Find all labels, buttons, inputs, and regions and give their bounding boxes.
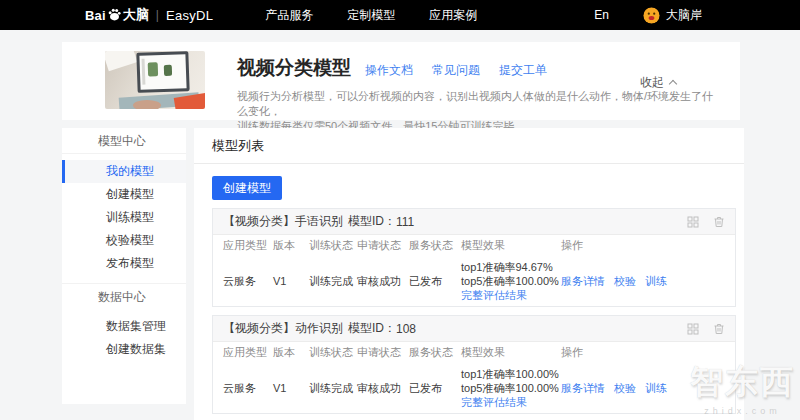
cell-train-status: 训练完成 xyxy=(309,381,357,396)
language-toggle[interactable]: En xyxy=(594,8,609,22)
topbar: Bai 大脑 | EasyDL 产品服务 定制模型 应用案例 En 大脑岸 xyxy=(0,0,800,30)
sidebar: 模型中心 我的模型 创建模型 训练模型 校验模型 发布模型 数据中心 数据集管理… xyxy=(62,128,186,404)
doc-links: 操作文档 常见问题 提交工单 xyxy=(365,62,547,79)
action-service-detail[interactable]: 服务详情 xyxy=(561,381,605,396)
cell-app-type: 云服务 xyxy=(223,274,273,289)
model-id-label: 模型ID： xyxy=(348,320,396,337)
col-train-status: 训练状态 xyxy=(309,342,357,363)
model-name: 【视频分类】动作识别 xyxy=(223,320,343,337)
cell-apply-status: 审核成功 xyxy=(357,381,409,396)
model-card-header: 【视频分类】手语识别 模型ID： 111 xyxy=(213,209,735,235)
collapse-label: 收起 xyxy=(640,74,664,91)
sidebar-section-model-center: 模型中心 xyxy=(62,128,186,154)
col-app-type: 应用类型 xyxy=(223,235,273,256)
sidebar-section-data-center: 数据中心 xyxy=(62,283,186,309)
col-version: 版本 xyxy=(273,235,309,256)
logo-text-product: EasyDL xyxy=(166,8,213,23)
metric-top5: top5准确率100.00% xyxy=(461,381,561,395)
grid-icon[interactable] xyxy=(687,323,699,335)
top-navigation: 产品服务 定制模型 应用案例 xyxy=(265,7,477,24)
delete-icon[interactable] xyxy=(713,216,725,228)
grid-icon[interactable] xyxy=(687,216,699,228)
col-model-effect: 模型效果 xyxy=(461,235,561,256)
table-header: 应用类型 版本 训练状态 申请状态 服务状态 模型效果 操作 xyxy=(213,342,735,363)
metric-top5: top5准确率100.00% xyxy=(461,274,561,288)
metric-top1: top1准确率94.67% xyxy=(461,260,561,274)
cell-apply-status: 审核成功 xyxy=(357,274,409,289)
col-train-status: 训练状态 xyxy=(309,235,357,256)
cell-app-type: 云服务 xyxy=(223,381,273,396)
metric-top1: top1准确率100.00% xyxy=(461,367,561,381)
logo-text-bai: Bai xyxy=(85,8,106,23)
link-operation-docs[interactable]: 操作文档 xyxy=(365,62,413,79)
cell-actions: 服务详情 校验 训练 xyxy=(561,274,725,289)
cell-model-effect: top1准确率94.67% top5准确率100.00% 完整评估结果 xyxy=(461,260,561,302)
nav-item-custom-models[interactable]: 定制模型 xyxy=(347,7,395,24)
baidu-easydl-logo[interactable]: Bai 大脑 | EasyDL xyxy=(85,6,213,24)
logo-text-brain: 大脑 xyxy=(123,6,149,24)
col-service-status: 服务状态 xyxy=(409,342,461,363)
full-evaluation-link[interactable]: 完整评估结果 xyxy=(461,288,561,302)
col-actions: 操作 xyxy=(561,342,725,363)
table-row: 云服务 V1 训练完成 审核成功 已发布 top1准确率94.67% top5准… xyxy=(213,256,735,306)
full-evaluation-link[interactable]: 完整评估结果 xyxy=(461,395,561,409)
col-app-type: 应用类型 xyxy=(223,342,273,363)
user-avatar[interactable] xyxy=(643,7,660,24)
delete-icon[interactable] xyxy=(713,323,725,335)
cell-service-status: 已发布 xyxy=(409,381,461,396)
topbar-right: En 大脑岸 xyxy=(594,7,702,24)
banner-photo xyxy=(105,51,205,109)
col-apply-status: 申请状态 xyxy=(357,235,409,256)
model-card-header: 【视频分类】动作识别 模型ID： 108 xyxy=(213,316,735,342)
sidebar-item-create-model[interactable]: 创建模型 xyxy=(62,183,186,206)
sidebar-item-create-dataset[interactable]: 创建数据集 xyxy=(62,338,186,361)
cell-model-effect: top1准确率100.00% top5准确率100.00% 完整评估结果 xyxy=(461,367,561,409)
model-card-111: 【视频分类】手语识别 模型ID： 111 应用类型 版本 xyxy=(212,208,736,307)
nav-item-use-cases[interactable]: 应用案例 xyxy=(429,7,477,24)
sidebar-item-train-model[interactable]: 训练模型 xyxy=(62,206,186,229)
model-name: 【视频分类】手语识别 xyxy=(223,213,343,230)
cell-service-status: 已发布 xyxy=(409,274,461,289)
link-faq[interactable]: 常见问题 xyxy=(432,62,480,79)
col-version: 版本 xyxy=(273,342,309,363)
link-submit-ticket[interactable]: 提交工单 xyxy=(499,62,547,79)
model-list-title: 模型列表 xyxy=(194,128,744,164)
col-apply-status: 申请状态 xyxy=(357,342,409,363)
chevron-up-icon xyxy=(669,80,677,88)
cell-train-status: 训练完成 xyxy=(309,274,357,289)
action-validate[interactable]: 校验 xyxy=(614,274,636,289)
cell-version: V1 xyxy=(273,275,309,287)
nav-item-products[interactable]: 产品服务 xyxy=(265,7,313,24)
model-id-label: 模型ID： xyxy=(348,213,396,230)
sidebar-item-validate-model[interactable]: 校验模型 xyxy=(62,229,186,252)
action-service-detail[interactable]: 服务详情 xyxy=(561,274,605,289)
action-validate[interactable]: 校验 xyxy=(614,381,636,396)
description-line-1: 视频行为分析模型，可以分析视频的内容，识别出视频内人体做的是什么动作，物体/环境… xyxy=(237,89,717,119)
action-train[interactable]: 训练 xyxy=(645,381,667,396)
page-title: 视频分类模型 xyxy=(237,55,351,81)
model-intro-banner: 视频分类模型 操作文档 常见问题 提交工单 视频行为分析模型，可以分析视频的内容… xyxy=(62,42,740,120)
collapse-toggle[interactable]: 收起 xyxy=(640,74,676,91)
cell-actions: 服务详情 校验 训练 xyxy=(561,381,725,396)
username[interactable]: 大脑岸 xyxy=(666,7,702,24)
create-model-button[interactable]: 创建模型 xyxy=(212,176,282,200)
col-model-effect: 模型效果 xyxy=(461,342,561,363)
smiley-face-icon xyxy=(643,7,660,24)
baidu-paw-icon xyxy=(107,7,122,22)
table-row: 云服务 V1 训练完成 审核成功 已发布 top1准确率100.00% top5… xyxy=(213,363,735,413)
action-train[interactable]: 训练 xyxy=(645,274,667,289)
col-service-status: 服务状态 xyxy=(409,235,461,256)
sidebar-item-publish-model[interactable]: 发布模型 xyxy=(62,252,186,275)
table-header: 应用类型 版本 训练状态 申请状态 服务状态 模型效果 操作 xyxy=(213,235,735,256)
model-card-108: 【视频分类】动作识别 模型ID： 108 应用类型 版本 xyxy=(212,315,736,414)
col-actions: 操作 xyxy=(561,235,725,256)
cell-version: V1 xyxy=(273,382,309,394)
sidebar-item-my-models[interactable]: 我的模型 xyxy=(62,160,186,183)
sidebar-item-dataset-management[interactable]: 数据集管理 xyxy=(62,315,186,338)
model-id: 108 xyxy=(396,322,416,336)
logo-divider: | xyxy=(156,8,159,22)
model-id: 111 xyxy=(396,215,414,229)
main-content: 模型列表 创建模型 【视频分类】手语识别 模型ID： 111 xyxy=(194,128,744,420)
